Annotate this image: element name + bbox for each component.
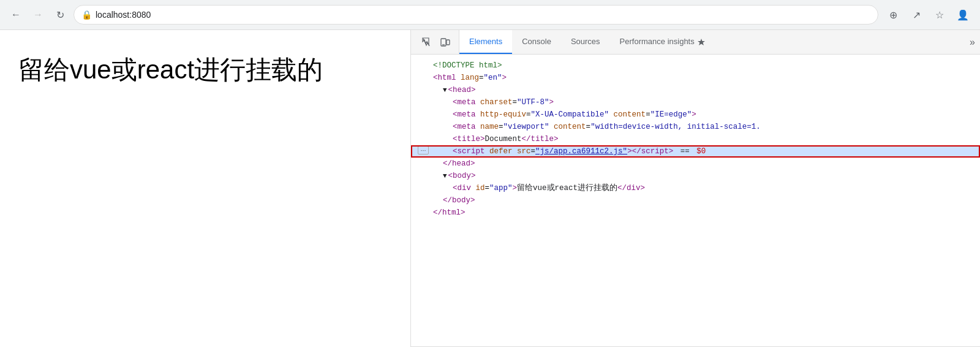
forward-button[interactable]: → bbox=[29, 6, 47, 23]
html-line: <html lang="en"> bbox=[411, 72, 980, 84]
html-line: </body> bbox=[411, 194, 980, 207]
html-line: <meta http-equiv="X-UA-Compatible" conte… bbox=[411, 109, 980, 121]
script-line-selected[interactable]: ··· <script defer src="js/app.ca6911c2.j… bbox=[411, 145, 980, 158]
main-area: 留给vue或react进行挂载的 bbox=[0, 30, 980, 347]
expand-button[interactable]: ··· bbox=[418, 146, 428, 154]
tab-console[interactable]: Console bbox=[512, 30, 561, 54]
address-bar[interactable]: 🔒 localhost:8080 bbox=[74, 5, 878, 25]
html-line: <meta charset="UTF-8"> bbox=[411, 96, 980, 109]
tab-performance[interactable]: Performance insights bbox=[610, 30, 715, 54]
tab-sources[interactable]: Sources bbox=[561, 30, 610, 54]
devtools-content[interactable]: <!DOCTYPE html> <html lang="en"> ▼<head> bbox=[411, 55, 980, 344]
device-icon-btn[interactable] bbox=[437, 34, 454, 51]
html-line: ▼<head> bbox=[411, 84, 980, 96]
bookmark-button[interactable]: ☆ bbox=[930, 5, 949, 25]
html-line: </head> bbox=[411, 158, 980, 170]
back-button[interactable]: ← bbox=[7, 6, 24, 23]
more-tabs-button[interactable]: » bbox=[965, 30, 980, 54]
lock-icon: 🔒 bbox=[81, 10, 92, 20]
url-text: localhost:8080 bbox=[96, 10, 151, 20]
html-line: <meta name="viewport" content="width=dev… bbox=[411, 121, 980, 133]
browser-toolbar: ← → ↻ 🔒 localhost:8080 ⊕ ↗ ☆ 👤 bbox=[0, 0, 980, 29]
profile-button[interactable]: 👤 bbox=[953, 5, 973, 25]
inspector-icon-btn[interactable] bbox=[418, 34, 435, 51]
toolbar-right: ⊕ ↗ ☆ 👤 bbox=[883, 5, 973, 25]
svg-rect-1 bbox=[447, 40, 450, 45]
page-heading: 留给vue或react进行挂载的 bbox=[18, 55, 323, 85]
devtools-toolbar-icons bbox=[413, 30, 459, 54]
html-line: <div id="app">留给vue或react进行挂载的</div> bbox=[411, 182, 980, 194]
zoom-button[interactable]: ⊕ bbox=[883, 5, 903, 25]
devtools-tabs: Elements Console Sources Performance ins… bbox=[411, 30, 980, 55]
html-line: ▼<body> bbox=[411, 170, 980, 182]
browser-chrome: ← → ↻ 🔒 localhost:8080 ⊕ ↗ ☆ 👤 bbox=[0, 0, 980, 30]
reload-button[interactable]: ↻ bbox=[51, 6, 69, 23]
share-button[interactable]: ↗ bbox=[907, 5, 926, 25]
tab-elements[interactable]: Elements bbox=[459, 30, 512, 54]
html-line: <!DOCTYPE html> bbox=[411, 59, 980, 72]
html-line: </html> bbox=[411, 207, 980, 219]
page-content: 留给vue或react进行挂载的 bbox=[0, 30, 410, 347]
html-line: <title>Document</title> bbox=[411, 133, 980, 145]
devtools-panel: Elements Console Sources Performance ins… bbox=[410, 30, 980, 347]
